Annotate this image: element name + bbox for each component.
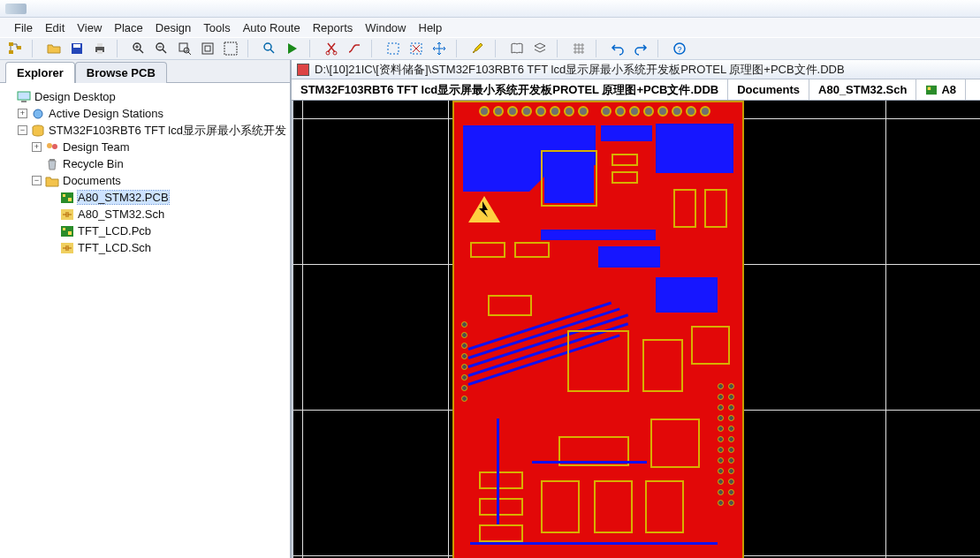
recycle-icon bbox=[45, 158, 59, 170]
toolbar-separator bbox=[371, 40, 376, 57]
svg-rect-18 bbox=[388, 43, 399, 54]
undo-icon[interactable] bbox=[610, 41, 626, 57]
doc-tab-pcb[interactable]: A8 bbox=[916, 79, 966, 100]
ic-outline bbox=[567, 330, 629, 392]
tree-label: TFT_LCD.Sch bbox=[78, 241, 151, 254]
doc-tab-ddb[interactable]: STM32F103RBT6 TFT lcd显示屏最小系统开发板PROTEL 原理… bbox=[292, 79, 728, 100]
menu-design[interactable]: Design bbox=[156, 21, 191, 34]
svg-text:?: ? bbox=[677, 45, 681, 54]
svg-rect-6 bbox=[97, 43, 103, 47]
doc-tab-sch[interactable]: A80_STM32.Sch bbox=[809, 79, 916, 100]
toolbar-separator bbox=[456, 40, 461, 57]
svg-rect-31 bbox=[68, 198, 72, 201]
open-icon[interactable] bbox=[46, 41, 62, 57]
menu-file[interactable]: File bbox=[14, 21, 33, 34]
pcb-file-icon bbox=[60, 225, 74, 238]
svg-rect-30 bbox=[63, 194, 65, 197]
tree-label: A80_STM32.Sch bbox=[78, 207, 164, 221]
help-icon[interactable]: ? bbox=[672, 41, 688, 57]
grid-icon[interactable] bbox=[571, 41, 587, 57]
svg-rect-23 bbox=[21, 101, 27, 102]
cut-icon[interactable] bbox=[323, 41, 339, 57]
svg-point-27 bbox=[52, 144, 57, 149]
save-icon[interactable] bbox=[69, 41, 85, 57]
svg-rect-10 bbox=[179, 43, 187, 51]
pcb-file-icon bbox=[60, 192, 74, 204]
header-pins-right bbox=[718, 383, 724, 506]
layers-icon[interactable] bbox=[532, 41, 548, 57]
ddb-icon bbox=[297, 64, 309, 76]
menu-autoroute[interactable]: Auto Route bbox=[243, 21, 300, 34]
zoom-area-icon[interactable] bbox=[177, 41, 193, 57]
toolbar-separator bbox=[596, 40, 601, 57]
header-pins-top bbox=[479, 106, 710, 117]
tree-doc-sch2[interactable]: TFT_LCD.Sch bbox=[4, 239, 286, 256]
tree-label: Design Desktop bbox=[34, 90, 116, 103]
main-toolbar: ? bbox=[0, 37, 980, 60]
menu-window[interactable]: Window bbox=[365, 21, 406, 34]
tree-label: Active Design Stations bbox=[49, 107, 163, 120]
find-icon[interactable] bbox=[262, 41, 277, 57]
tree-doc-sch1[interactable]: A80_STM32.Sch bbox=[4, 206, 286, 222]
window-title-bar bbox=[0, 0, 980, 18]
move-icon[interactable] bbox=[431, 41, 447, 57]
explorer-tree[interactable]: Design Desktop + Active Design Stations … bbox=[0, 83, 290, 558]
zoom-fit-icon[interactable] bbox=[200, 41, 216, 57]
menu-tools[interactable]: Tools bbox=[203, 21, 230, 34]
tree-active-stations[interactable]: + Active Design Stations bbox=[4, 105, 286, 122]
tree-design-team[interactable]: + Design Team bbox=[4, 139, 286, 155]
svg-rect-35 bbox=[68, 231, 72, 235]
header-pins-left bbox=[461, 321, 467, 402]
tree-recycle-bin[interactable]: Recycle Bin bbox=[4, 155, 286, 172]
tree-project[interactable]: − STM32F103RBT6 TFT lcd显示屏最小系统开发 bbox=[4, 122, 286, 139]
print-icon[interactable] bbox=[92, 41, 108, 57]
highlight-icon[interactable] bbox=[470, 41, 486, 57]
expand-icon[interactable]: + bbox=[18, 109, 27, 118]
collapse-icon[interactable]: − bbox=[32, 176, 42, 185]
menu-edit[interactable]: Edit bbox=[45, 21, 65, 34]
collapse-icon[interactable]: − bbox=[18, 125, 27, 135]
menu-view[interactable]: View bbox=[77, 21, 102, 34]
expand-icon[interactable]: + bbox=[32, 142, 42, 152]
tree-doc-pcb1[interactable]: A80_STM32.PCB bbox=[4, 189, 286, 206]
menu-bar: File Edit View Place Design Tools Auto R… bbox=[0, 18, 980, 37]
deselect-icon[interactable] bbox=[408, 41, 424, 57]
svg-rect-4 bbox=[73, 44, 80, 48]
doc-tab-label: A8 bbox=[941, 83, 956, 96]
tree-label: STM32F103RBT6 TFT lcd显示屏最小系统开发 bbox=[49, 123, 286, 139]
run-icon[interactable] bbox=[285, 41, 300, 57]
copper-pour bbox=[601, 125, 652, 141]
tree-root[interactable]: Design Desktop bbox=[4, 88, 286, 105]
svg-point-26 bbox=[47, 143, 52, 148]
document-tabs: STM32F103RBT6 TFT lcd显示屏最小系统开发板PROTEL 原理… bbox=[292, 79, 980, 101]
select-rect-icon[interactable] bbox=[385, 41, 401, 57]
doc-tab-documents[interactable]: Documents bbox=[728, 79, 809, 100]
doc-tab-label: STM32F103RBT6 TFT lcd显示屏最小系统开发板PROTEL 原理… bbox=[300, 82, 718, 98]
svg-rect-14 bbox=[224, 42, 237, 55]
tab-explorer[interactable]: Explorer bbox=[5, 62, 75, 83]
menu-reports[interactable]: Reports bbox=[313, 21, 353, 34]
svg-rect-28 bbox=[49, 159, 55, 161]
svg-rect-22 bbox=[18, 92, 30, 100]
tree-label: Recycle Bin bbox=[63, 157, 124, 170]
tree-doc-pcb2[interactable]: TFT_LCD.Pcb bbox=[4, 222, 286, 239]
svg-point-15 bbox=[264, 43, 271, 50]
zoom-fit2-icon[interactable] bbox=[223, 41, 239, 57]
pcb-board bbox=[452, 101, 744, 558]
route-icon[interactable] bbox=[346, 41, 362, 57]
redo-icon[interactable] bbox=[633, 41, 649, 57]
zoom-out-icon[interactable] bbox=[154, 41, 170, 57]
svg-rect-1 bbox=[9, 50, 13, 54]
toolbar-separator bbox=[657, 40, 663, 57]
menu-place[interactable]: Place bbox=[114, 21, 143, 34]
tree-documents[interactable]: − Documents bbox=[4, 172, 286, 189]
desktop-icon bbox=[17, 91, 31, 103]
document-area: D:\[10]21IC\[资料储备]\STM32F103RBT6 TFT lcd… bbox=[292, 60, 980, 558]
tree-icon[interactable] bbox=[7, 41, 23, 57]
pcb-canvas[interactable] bbox=[292, 101, 980, 558]
menu-help[interactable]: Help bbox=[419, 21, 443, 34]
tab-browse-pcb[interactable]: Browse PCB bbox=[75, 62, 167, 83]
pcb-file-icon bbox=[925, 85, 938, 95]
library-icon[interactable] bbox=[509, 41, 525, 57]
zoom-in-icon[interactable] bbox=[131, 41, 147, 57]
